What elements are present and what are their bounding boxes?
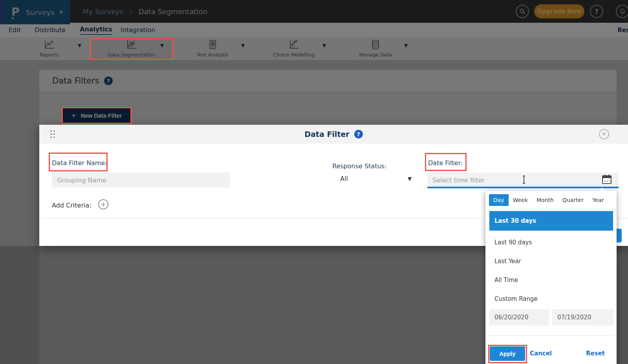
modal-header: Data Filter ? ✕ bbox=[39, 125, 628, 144]
help-badge-icon[interactable]: ? bbox=[354, 130, 363, 138]
date-filter-popover: Day Week Month Quarter Year Last 30 days… bbox=[485, 191, 617, 364]
option-last-year[interactable]: Last Year bbox=[489, 252, 613, 271]
tab-day[interactable]: Day bbox=[489, 194, 509, 206]
add-criteria-label: Add Criteria: bbox=[52, 202, 92, 209]
annotation-box-data-segmentation bbox=[90, 38, 173, 60]
range-start-date-input[interactable] bbox=[489, 309, 549, 326]
annotation-box-data-filter-name bbox=[49, 153, 108, 171]
option-custom-range[interactable]: Custom Range bbox=[489, 289, 613, 308]
add-criteria-button[interactable]: + bbox=[98, 199, 108, 209]
drag-handle-icon[interactable] bbox=[50, 130, 55, 138]
plus-circle-icon: + bbox=[101, 200, 106, 208]
cancel-link[interactable]: Cancel bbox=[530, 350, 552, 357]
option-last-90-days[interactable]: Last 90 days bbox=[489, 233, 613, 252]
tab-year[interactable]: Year bbox=[588, 194, 608, 206]
tab-quarter[interactable]: Quarter bbox=[558, 194, 588, 206]
modal-title: Data Filter ? bbox=[304, 130, 363, 138]
response-status-select[interactable]: All bbox=[340, 175, 348, 182]
text-cursor-icon bbox=[522, 175, 526, 184]
response-status-label: Response Status: bbox=[332, 162, 386, 170]
option-last-30-days[interactable]: Last 30 days bbox=[489, 211, 613, 231]
data-filter-name-input[interactable] bbox=[52, 173, 230, 187]
app-screen: My Surveys › Data Segmentation Upgrade N… bbox=[0, 0, 628, 364]
popover-divider bbox=[485, 335, 617, 336]
tab-month[interactable]: Month bbox=[532, 194, 558, 206]
reset-link[interactable]: Reset bbox=[586, 350, 605, 357]
close-button[interactable]: ✕ bbox=[599, 129, 609, 139]
option-all-time[interactable]: All Time bbox=[489, 271, 613, 289]
input-focus-underline bbox=[427, 187, 619, 188]
calendar-icon[interactable]: ••• bbox=[602, 175, 612, 184]
tabs-divider bbox=[485, 209, 617, 209]
close-icon: ✕ bbox=[602, 131, 606, 137]
annotation-box-apply bbox=[488, 345, 527, 363]
period-tabs: Day Week Month Quarter Year bbox=[489, 194, 608, 206]
tab-week[interactable]: Week bbox=[509, 194, 532, 206]
range-end-date-input[interactable] bbox=[552, 309, 613, 326]
annotation-box-date-filter bbox=[425, 153, 467, 171]
annotation-box-new-data-filter bbox=[62, 107, 132, 124]
chevron-down-icon[interactable]: ▼ bbox=[408, 176, 412, 182]
